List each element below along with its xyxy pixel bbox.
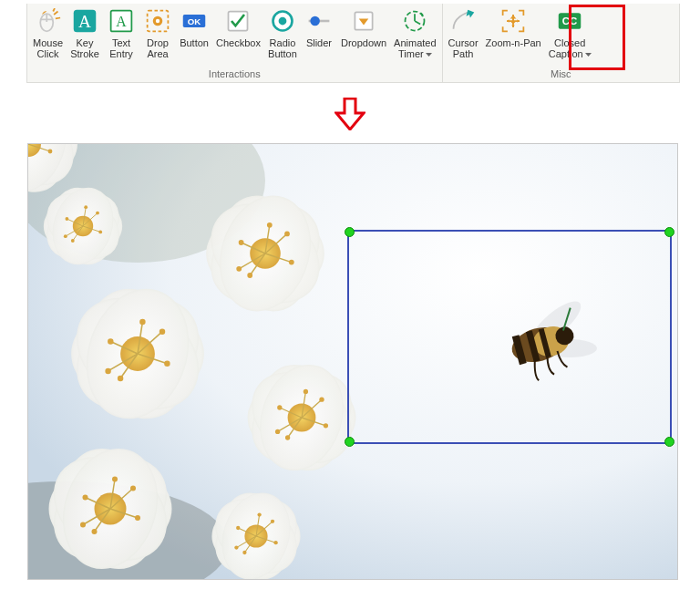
mouse-click-icon — [34, 6, 63, 36]
label: Button — [180, 37, 209, 48]
label: Animated Timer — [394, 37, 436, 59]
label-text: Closed Caption — [549, 37, 586, 59]
label: Closed Caption — [549, 37, 592, 59]
dropdown-icon — [349, 6, 378, 36]
key-stroke-icon: A — [70, 6, 99, 36]
label: Checkbox — [216, 37, 261, 48]
dropdown-button[interactable]: Dropdown — [339, 6, 388, 68]
resize-handle-br[interactable] — [664, 437, 674, 447]
button-button[interactable]: OK Button — [178, 6, 211, 68]
zoom-selection[interactable] — [347, 230, 672, 444]
drop-area-icon — [143, 6, 172, 36]
down-arrow-icon — [335, 98, 365, 130]
svg-point-12 — [279, 17, 287, 26]
group-label: Misc — [443, 68, 679, 82]
checkbox-icon — [223, 6, 252, 36]
label: Text Entry — [109, 37, 133, 59]
label: Dropdown — [341, 37, 386, 48]
checkbox-button[interactable]: Checkbox — [214, 6, 262, 68]
radio-button-button[interactable]: Radio Button — [266, 6, 299, 68]
zoom-n-pan-icon — [499, 6, 528, 36]
zoom-n-pan-button[interactable]: Zoom-n-Pan — [484, 6, 543, 68]
svg-point-36 — [48, 150, 53, 154]
svg-text:OK: OK — [188, 16, 201, 26]
svg-point-14 — [310, 16, 320, 26]
text-entry-button[interactable]: A Text Entry — [105, 6, 138, 68]
key-stroke-button[interactable]: A Key Stroke — [68, 6, 101, 68]
mouse-click-button[interactable]: Mouse Click — [31, 6, 65, 68]
svg-text:A: A — [78, 12, 91, 31]
ribbon-group-misc: Cursor Path Zoom-n-Pan CC Closed Caption… — [443, 4, 679, 82]
animated-timer-button[interactable]: Animated Timer — [392, 6, 438, 68]
resize-handle-tr[interactable] — [664, 227, 674, 237]
ribbon-toolbar: Mouse Click A Key Stroke A Text Entry Dr… — [26, 4, 680, 83]
label: Slider — [306, 37, 332, 48]
svg-text:A: A — [116, 14, 127, 29]
label: Mouse Click — [33, 37, 63, 59]
drop-area-button[interactable]: Drop Area — [141, 6, 174, 68]
label: Drop Area — [147, 37, 169, 59]
cursor-path-button[interactable]: Cursor Path — [447, 6, 480, 68]
group-label: Interactions — [27, 68, 442, 82]
label: Key Stroke — [70, 37, 99, 59]
closed-caption-button[interactable]: CC Closed Caption — [547, 6, 593, 68]
chevron-down-icon — [426, 48, 432, 59]
resize-handle-bl[interactable] — [345, 437, 355, 447]
animated-timer-icon — [400, 6, 429, 36]
radio-button-icon — [268, 6, 297, 36]
label: Cursor Path — [448, 37, 479, 59]
svg-text:CC: CC — [562, 16, 577, 26]
group-items: Cursor Path Zoom-n-Pan CC Closed Caption — [443, 4, 679, 68]
editor-canvas[interactable] — [27, 143, 678, 580]
label: Radio Button — [268, 37, 297, 59]
ribbon-group-interactions: Mouse Click A Key Stroke A Text Entry Dr… — [27, 4, 443, 82]
slider-icon — [304, 6, 334, 36]
chevron-down-icon — [585, 48, 592, 59]
cursor-path-icon — [448, 6, 478, 36]
closed-caption-icon: CC — [555, 6, 584, 36]
group-items: Mouse Click A Key Stroke A Text Entry Dr… — [27, 4, 442, 68]
resize-handle-tl[interactable] — [345, 227, 355, 237]
label: Zoom-n-Pan — [486, 37, 541, 48]
text-entry-icon: A — [107, 6, 136, 36]
svg-point-7 — [156, 19, 160, 23]
button-icon: OK — [180, 6, 209, 36]
slider-button[interactable]: Slider — [303, 6, 335, 68]
